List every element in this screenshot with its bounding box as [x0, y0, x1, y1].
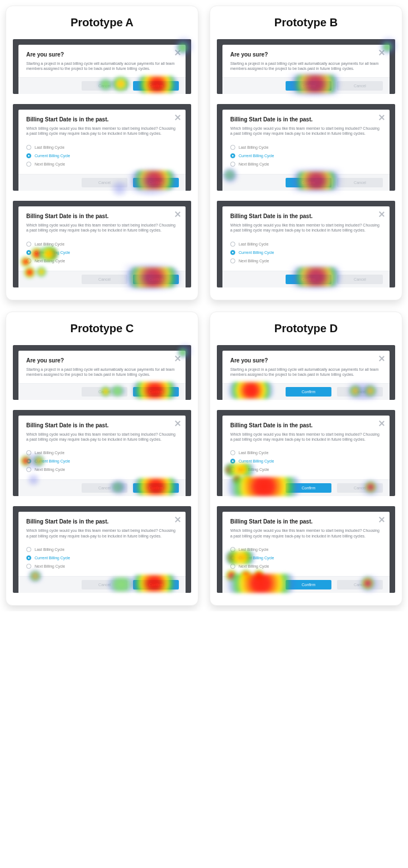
radio-next[interactable]: Next Billing Cycle [26, 562, 178, 570]
cancel-button[interactable]: Cancel [82, 81, 127, 91]
dialog-heading: Billing Start Date is in the past. [26, 422, 178, 428]
radio-last[interactable]: Last Billing Cycle [230, 449, 382, 457]
radio-last[interactable]: Last Billing Cycle [230, 240, 382, 248]
close-icon[interactable] [378, 420, 385, 427]
radio-current[interactable]: Current Billing Cycle [26, 248, 178, 257]
confirm-button[interactable]: Confirm [286, 483, 331, 493]
confirm-button[interactable]: Confirm [286, 178, 331, 187]
close-icon[interactable] [174, 211, 181, 218]
close-icon[interactable] [378, 355, 385, 362]
cancel-button[interactable]: Cancel [337, 387, 383, 397]
close-icon[interactable] [174, 114, 181, 121]
radio-current[interactable]: Current Billing Cycle [26, 152, 178, 160]
dialog-heading: Billing Start Date is in the past. [26, 518, 178, 525]
dialog-body: Which billing cycle would you like this … [230, 126, 382, 136]
cancel-button[interactable]: Cancel [337, 580, 383, 589]
radio-current[interactable]: Current Billing Cycle [230, 248, 382, 257]
dialog-footer: Confirm Cancel [222, 383, 390, 400]
radio-next[interactable]: Next Billing Cycle [230, 160, 382, 168]
cancel-button[interactable]: Cancel [82, 275, 127, 284]
radio-next[interactable]: Next Billing Cycle [26, 257, 178, 265]
close-icon[interactable] [378, 114, 385, 121]
dialog-footer: Cancel Confirm [18, 383, 186, 400]
radio-current[interactable]: Current Billing Cycle [26, 457, 178, 465]
radio-current[interactable]: Current Billing Cycle [230, 457, 382, 465]
cancel-button[interactable]: Cancel [82, 178, 127, 187]
dialog-heading: Are you sure? [26, 357, 178, 364]
dialog-body: Starting a project in a past billing cyc… [26, 61, 178, 72]
dialog-heading: Billing Start Date is in the past. [230, 116, 382, 122]
modal-frame: Billing Start Date is in the past. Which… [13, 104, 191, 191]
close-icon[interactable] [174, 355, 181, 362]
radio-last[interactable]: Last Billing Cycle [26, 449, 178, 457]
panel-title: Prototype D [217, 322, 395, 335]
dialog-heading: Billing Start Date is in the past. [26, 116, 178, 122]
cancel-button[interactable]: Cancel [337, 178, 383, 187]
confirm-button[interactable]: Confirm [286, 387, 331, 397]
dialog-body: Which billing cycle would you like this … [230, 528, 382, 539]
cancel-button[interactable]: Cancel [337, 81, 383, 91]
dialog-body: Which billing cycle would you like this … [230, 223, 382, 233]
confirm-button[interactable]: Confirm [133, 81, 179, 91]
dialog-body: Which billing cycle would you like this … [230, 432, 382, 442]
confirm-button[interactable]: Confirm [133, 275, 179, 284]
dialog-body: Which billing cycle would you like this … [26, 223, 178, 233]
cancel-button[interactable]: Cancel [82, 580, 127, 589]
modal-frame: Billing Start Date is in the past. Which… [217, 410, 395, 497]
modal-frame: Billing Start Date is in the past. Which… [13, 410, 191, 497]
confirm-button[interactable]: Confirm [286, 275, 331, 284]
modal-frame: Billing Start Date is in the past. Which… [13, 506, 191, 593]
modal-frame: Are you sure? Starting a project in a pa… [217, 345, 395, 400]
dialog-body: Starting a project in a past billing cyc… [26, 367, 178, 378]
radio-next[interactable]: Next Billing Cycle [230, 465, 382, 474]
close-icon[interactable] [378, 211, 385, 218]
radio-last[interactable]: Last Billing Cycle [26, 545, 178, 554]
dialog-footer: Cancel Confirm [18, 77, 186, 94]
close-icon[interactable] [174, 516, 181, 523]
confirm-button[interactable]: Confirm [286, 81, 331, 91]
cancel-button[interactable]: Cancel [337, 275, 383, 284]
close-icon[interactable] [378, 516, 385, 523]
radio-last[interactable]: Last Billing Cycle [230, 143, 382, 152]
radio-current[interactable]: Current Billing Cycle [230, 152, 382, 160]
prototype-a-panel: Prototype A Are you sure? Starting a pro… [6, 6, 198, 300]
confirm-button[interactable]: Confirm [133, 580, 179, 589]
modal-frame: Billing Start Date is in the past. Which… [217, 201, 395, 287]
dialog-heading: Billing Start Date is in the past. [26, 213, 178, 219]
radio-next[interactable]: Next Billing Cycle [26, 160, 178, 168]
cancel-button[interactable]: Cancel [337, 483, 383, 493]
dialog-body: Which billing cycle would you like this … [26, 528, 178, 539]
confirm-button[interactable]: Confirm [133, 483, 179, 493]
modal-frame: Billing Start Date is in the past. Which… [217, 104, 395, 191]
panel-title: Prototype C [13, 322, 191, 335]
confirm-button[interactable]: Confirm [133, 178, 179, 187]
prototype-c-panel: Prototype C Are you sure? Starting a pro… [6, 312, 198, 606]
confirm-button[interactable]: Confirm [286, 580, 331, 589]
dialog-heading: Are you sure? [26, 51, 178, 58]
cancel-button[interactable]: Cancel [82, 483, 127, 493]
radio-next[interactable]: Next Billing Cycle [26, 465, 178, 474]
cancel-button[interactable]: Cancel [82, 387, 127, 397]
dialog-heading: Billing Start Date is in the past. [230, 213, 382, 219]
radio-last[interactable]: Last Billing Cycle [26, 240, 178, 248]
modal-frame: Are you sure? Starting a project in a pa… [13, 345, 191, 400]
close-icon[interactable] [174, 49, 181, 56]
close-icon[interactable] [174, 420, 181, 427]
modal-frame: Billing Start Date is in the past. Which… [217, 506, 395, 593]
confirm-button[interactable]: Confirm [133, 387, 179, 397]
panel-title: Prototype A [13, 16, 191, 29]
radio-next[interactable]: Next Billing Cycle [230, 257, 382, 265]
dialog-heading: Billing Start Date is in the past. [230, 422, 382, 428]
dialog-footer: Confirm Cancel [222, 77, 390, 94]
radio-last[interactable]: Last Billing Cycle [230, 545, 382, 554]
dialog-body: Starting a project in a past billing cyc… [230, 61, 382, 72]
dialog-body: Which billing cycle would you like this … [26, 126, 178, 136]
radio-current[interactable]: Current Billing Cycle [26, 554, 178, 562]
close-icon[interactable] [378, 49, 385, 56]
panel-title: Prototype B [217, 16, 395, 29]
radio-next[interactable]: Next Billing Cycle [230, 562, 382, 570]
radio-last[interactable]: Last Billing Cycle [26, 143, 178, 152]
prototype-d-panel: Prototype D Are you sure? Starting a pro… [210, 312, 402, 606]
radio-current[interactable]: Current Billing Cycle [230, 554, 382, 562]
prototype-b-panel: Prototype B Are you sure? Starting a pro… [210, 6, 402, 300]
